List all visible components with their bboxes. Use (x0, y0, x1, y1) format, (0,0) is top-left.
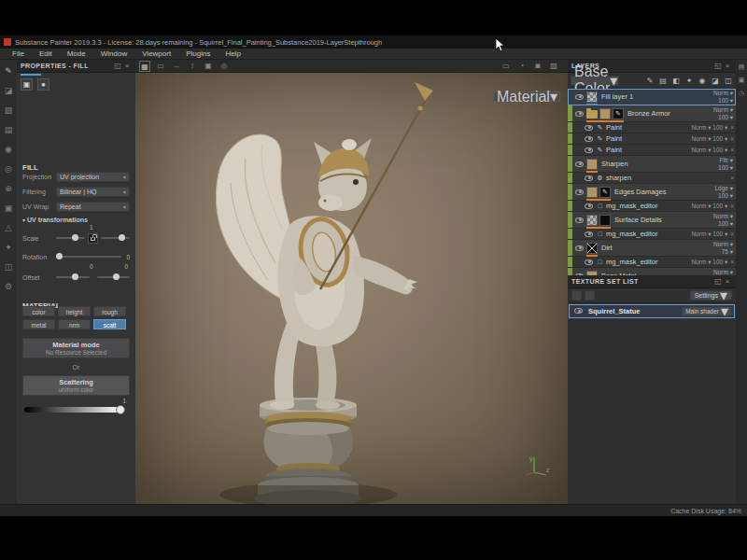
add-paint-layer-icon[interactable]: ▤ (658, 77, 668, 85)
paint-tool-icon[interactable]: ✎ (3, 65, 14, 77)
viewport-scene[interactable]: Material ▾ z y (135, 73, 568, 504)
layer-row[interactable]: DirtNorm ▾75 ▾ (568, 240, 736, 257)
menu-mode[interactable]: Mode (61, 49, 92, 58)
opacity-value[interactable]: 100 ▾ (713, 220, 733, 228)
menu-viewport[interactable]: Viewport (135, 49, 177, 58)
channel-button-color[interactable]: color (22, 306, 55, 316)
layer-row[interactable]: SharpenFltr ▾100 ▾ (568, 156, 736, 173)
channel-button-scatt[interactable]: scatt (93, 319, 126, 329)
mirror-y-icon[interactable]: ↕ (187, 61, 198, 72)
texture-set-filter-icon[interactable] (571, 290, 582, 301)
material-mode-button[interactable]: Material mode No Resource Selected (22, 338, 130, 358)
close-icon[interactable]: × (122, 62, 132, 70)
close-icon[interactable]: × (723, 62, 732, 70)
stylus-icon[interactable]: ✎ (645, 77, 655, 85)
layer-row[interactable]: Base MetalNorm ▾100 ▾ (568, 268, 736, 275)
visibility-eye-icon[interactable] (575, 94, 584, 100)
uv-transformations-header[interactable]: ▾ UV transformations (22, 217, 88, 223)
effects-tool-icon[interactable]: ✦ (3, 242, 14, 253)
add-folder-icon[interactable]: ◪ (711, 77, 720, 85)
opacity-value[interactable]: 100 ▾ (713, 114, 733, 121)
camera-settings-icon[interactable]: ◎ (218, 61, 230, 72)
layer-effect-row[interactable]: □mg_mask_editorNorm ▾ 100 ▾× (568, 257, 736, 268)
snap-icon[interactable]: ▭ (155, 61, 166, 72)
shader-dropdown[interactable]: Main shader ▾ (682, 306, 732, 316)
blend-mode[interactable]: Norm ▾ (692, 259, 712, 265)
layer-row[interactable]: Bronze ArmorNorm ▾100 ▾ (568, 105, 736, 122)
opacity-value[interactable]: 75 ▾ (713, 248, 733, 256)
menu-file[interactable]: File (6, 49, 31, 58)
undock-icon[interactable]: ◱ (713, 62, 723, 70)
visibility-eye-icon[interactable] (575, 161, 584, 167)
visibility-eye-icon[interactable] (574, 308, 583, 314)
channel-button-height[interactable]: height (58, 306, 91, 316)
filtering-dropdown[interactable]: Bilinear | HQ ▾ (56, 187, 130, 197)
projection-tool-icon[interactable]: ▧ (3, 105, 14, 116)
delete-layer-icon[interactable]: ◫ (724, 77, 733, 85)
opacity-value[interactable]: 100 ▾ (714, 192, 733, 200)
smudge-tool-icon[interactable]: ◉ (3, 144, 14, 155)
shading-mode-dropdown[interactable]: Material ▾ (493, 91, 560, 102)
scattering-button[interactable]: Scattering uniform color (22, 375, 130, 396)
opacity-value[interactable]: 100 ▾ (712, 231, 727, 237)
layer-effect-row[interactable]: ✎PaintNorm ▾ 100 ▾× (568, 133, 736, 145)
layer-row[interactable]: Edges DamagesLdge ▾100 ▾ (568, 184, 736, 201)
blend-mode[interactable]: Ldge ▾ (714, 185, 733, 192)
visibility-eye-icon[interactable] (585, 203, 593, 209)
blend-mode[interactable]: Fltr ▾ (718, 157, 733, 164)
symmetry-tool-icon[interactable]: ◫ (3, 261, 14, 273)
history-dock-icon[interactable]: ◷ (739, 90, 744, 97)
material-ball-icon[interactable]: ● (37, 78, 49, 91)
texture-set-view-icon[interactable] (585, 290, 595, 301)
opacity-value[interactable]: 100 ▾ (712, 259, 727, 265)
layer-effect-row[interactable]: ⚙sharpen× (568, 173, 736, 184)
uv-wrap-dropdown[interactable]: Repeat ▾ (56, 202, 130, 212)
add-fill-layer-icon[interactable]: ◧ (671, 77, 681, 85)
fill-layer-icon[interactable]: ▣ (21, 78, 33, 91)
remove-effect-button[interactable]: × (730, 175, 734, 181)
viewport-3d[interactable]: ▦▭↔↕▣◎▭◔◙▨ (135, 60, 568, 504)
offset-slider-v[interactable] (97, 276, 131, 278)
blend-mode[interactable]: Norm ▾ (713, 106, 733, 114)
blend-mode[interactable]: Norm ▾ (692, 147, 712, 153)
channel-button-metal[interactable]: metal (22, 319, 55, 329)
quick-mask-tool-icon[interactable]: ▣ (3, 203, 14, 214)
visibility-eye-icon[interactable] (585, 147, 593, 153)
scatter-slider-knob[interactable] (116, 405, 125, 414)
visibility-eye-icon[interactable] (585, 136, 593, 142)
display-settings-tool-icon[interactable]: ⚙ (3, 281, 14, 292)
visibility-eye-icon[interactable] (585, 175, 593, 181)
opacity-value[interactable]: 100 ▾ (712, 203, 727, 209)
undock-icon[interactable]: ◱ (113, 62, 122, 70)
eraser-tool-icon[interactable]: ◪ (3, 85, 14, 96)
visibility-eye-icon[interactable] (575, 217, 584, 223)
remove-effect-button[interactable]: × (730, 147, 734, 153)
path-tool-icon[interactable]: △ (3, 222, 14, 233)
remove-effect-button[interactable]: × (730, 124, 734, 131)
display-mode-icon[interactable]: ▭ (500, 61, 512, 72)
perspective-grid-icon[interactable]: ▦ (139, 61, 150, 72)
scale-slider-y[interactable] (101, 237, 130, 239)
close-icon[interactable]: × (723, 277, 732, 286)
remove-effect-button[interactable]: × (730, 259, 734, 265)
blend-mode[interactable]: Norm ▾ (713, 90, 733, 97)
texture-set-row[interactable]: Squirrel_Statue Main shader ▾ (569, 304, 735, 318)
menu-help[interactable]: Help (218, 49, 247, 58)
menu-window[interactable]: Window (94, 49, 134, 58)
camera-icon[interactable]: ◙ (532, 61, 543, 72)
remove-effect-button[interactable]: × (730, 203, 734, 209)
layers-dock-icon[interactable]: ▤ (739, 63, 745, 71)
channel-button-nrm[interactable]: nrm (58, 319, 91, 329)
opacity-value[interactable]: 100 ▾ (712, 124, 727, 131)
visibility-eye-icon[interactable] (585, 125, 593, 131)
blend-mode[interactable]: Norm ▾ (692, 231, 712, 237)
layer-row[interactable]: Surface DetailsNorm ▾100 ▾ (568, 212, 736, 229)
visibility-eye-icon[interactable] (575, 189, 584, 195)
layer-row[interactable]: Fill layer 1Norm ▾100 ▾ (568, 89, 736, 105)
settings-button[interactable]: Settings ▾ (690, 290, 732, 301)
screenshot-icon[interactable]: ▨ (548, 61, 559, 72)
remove-effect-button[interactable]: × (730, 231, 734, 237)
add-effect-icon[interactable]: ✦ (684, 77, 694, 85)
visibility-eye-icon[interactable] (585, 231, 593, 237)
polygon-fill-tool-icon[interactable]: ▤ (3, 124, 14, 135)
